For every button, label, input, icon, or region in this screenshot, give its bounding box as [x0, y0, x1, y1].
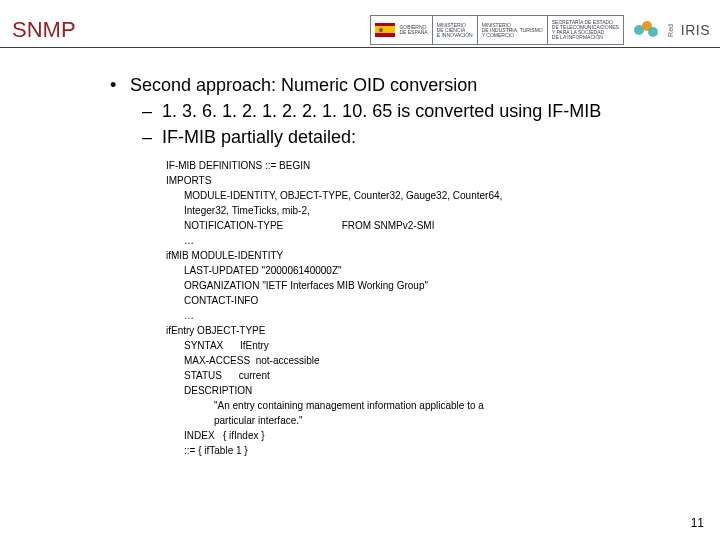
mib-code-block: IF-MIB DEFINITIONS ::= BEGIN IMPORTS MOD… — [166, 158, 700, 458]
sub-item-2: IF-MIB partially detailed: — [136, 126, 700, 148]
logo-ministerio-industria: MINISTERIO DE INDUSTRIA, TURISMO Y COMER… — [477, 15, 548, 45]
code-line: ifMIB MODULE-IDENTITY — [166, 248, 700, 263]
bullet-main-text: Second approach: Numeric OID conversion — [130, 75, 477, 95]
slide: SNMP GOBIERNO DE ESPAÑA MINISTERIO DE CI… — [0, 0, 720, 540]
logo-ministerio-ciencia: MINISTERIO DE CIENCIA E INNOVACIÓN — [432, 15, 478, 45]
code-line: DESCRIPTION — [166, 383, 700, 398]
code-line: IF-MIB DEFINITIONS ::= BEGIN — [166, 158, 700, 173]
iris-red-text: Red — [667, 24, 674, 37]
logo-gobierno: GOBIERNO DE ESPAÑA — [370, 15, 432, 45]
code-line: ifEntry OBJECT-TYPE — [166, 323, 700, 338]
code-line: … — [166, 308, 700, 323]
code-line: Integer32, TimeTicks, mib-2, — [166, 203, 700, 218]
code-line: … — [166, 233, 700, 248]
iris-swirl-icon — [634, 21, 660, 39]
code-line: CONTACT-INFO — [166, 293, 700, 308]
logo-ministerio-industria-text: MINISTERIO DE INDUSTRIA, TURISMO Y COMER… — [482, 23, 543, 38]
sub-list: 1. 3. 6. 1. 2. 1. 2. 2. 1. 10. 65 is con… — [130, 100, 700, 148]
code-line: MAX-ACCESS not-accessible — [166, 353, 700, 368]
logo-secretaria: SECRETARÍA DE ESTADO DE TELECOMUNICACION… — [547, 15, 624, 45]
page-number: 11 — [691, 516, 704, 530]
code-line: "An entry containing management informat… — [166, 398, 700, 413]
iris-label: Red IRIS — [664, 22, 710, 38]
logo-gobierno-text: GOBIERNO DE ESPAÑA — [399, 25, 427, 35]
code-line: SYNTAX IfEntry — [166, 338, 700, 353]
code-line: MODULE-IDENTITY, OBJECT-TYPE, Counter32,… — [166, 188, 700, 203]
code-line: ORGANIZATION "IETF Interfaces MIB Workin… — [166, 278, 700, 293]
code-line: LAST-UPDATED "200006140000Z" — [166, 263, 700, 278]
logo-bar: GOBIERNO DE ESPAÑA MINISTERIO DE CIENCIA… — [370, 15, 710, 45]
header-rule — [0, 47, 720, 48]
logo-ministerio-ciencia-text: MINISTERIO DE CIENCIA E INNOVACIÓN — [437, 23, 473, 38]
code-span: FROM SNMPv2-SMI — [342, 220, 435, 231]
sub-item-1: 1. 3. 6. 1. 2. 1. 2. 2. 1. 10. 65 is con… — [136, 100, 700, 122]
bullet-main: Second approach: Numeric OID conversion … — [110, 74, 700, 148]
iris-word-text: IRIS — [681, 22, 710, 38]
code-line: STATUS current — [166, 368, 700, 383]
code-span: NOTIFICATION-TYPE — [184, 220, 283, 231]
code-line: INDEX { ifIndex } — [166, 428, 700, 443]
code-line: NOTIFICATION-TYPE FROM SNMPv2-SMI — [166, 218, 700, 233]
code-gap — [283, 220, 341, 231]
bullet-list: Second approach: Numeric OID conversion … — [110, 74, 700, 148]
content: Second approach: Numeric OID conversion … — [0, 74, 720, 458]
code-line: ::= { ifTable 1 } — [166, 443, 700, 458]
logo-rediris: Red IRIS — [634, 21, 710, 39]
header: SNMP GOBIERNO DE ESPAÑA MINISTERIO DE CI… — [0, 0, 720, 54]
code-line: IMPORTS — [166, 173, 700, 188]
spain-flag-icon — [375, 23, 395, 37]
logo-secretaria-text: SECRETARÍA DE ESTADO DE TELECOMUNICACION… — [552, 20, 619, 40]
slide-title: SNMP — [12, 17, 76, 43]
code-line: particular interface." — [166, 413, 700, 428]
